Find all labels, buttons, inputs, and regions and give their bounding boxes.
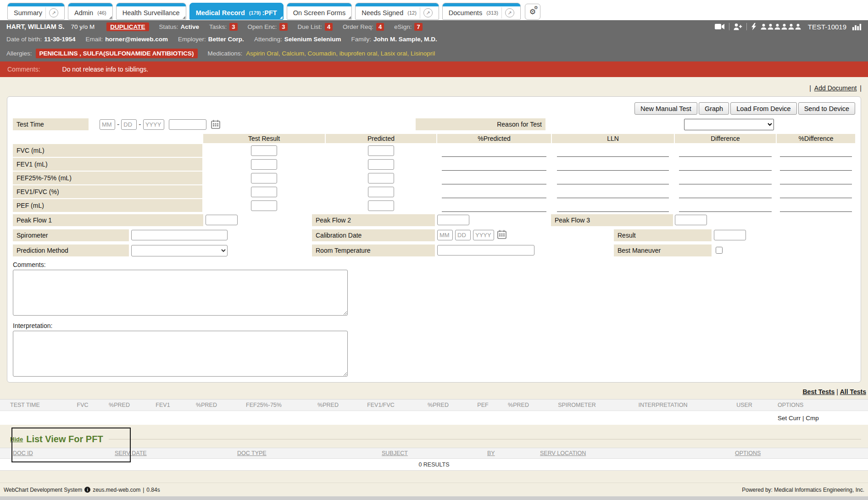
- set-curr-cmp-links[interactable]: Set Curr | Cmp: [778, 415, 819, 422]
- order-req-count-badge[interactable]: 4: [376, 23, 384, 31]
- test-time-year-input[interactable]: [143, 119, 164, 130]
- tab-summary[interactable]: Summary ↗: [7, 3, 65, 20]
- header-fvc: FVC: [64, 402, 101, 408]
- tab-health-surveillance-label: Health Surveillance: [122, 9, 180, 17]
- user-icon: [781, 24, 787, 30]
- tab-documents[interactable]: Documents (313) ↗: [442, 3, 521, 20]
- interpretation-field-label: Interpretation:: [13, 322, 855, 329]
- bar-chart-icon[interactable]: [852, 23, 862, 30]
- all-tests-link[interactable]: All Tests: [840, 388, 866, 395]
- tab-divider: [420, 7, 420, 18]
- tasks-count-badge[interactable]: 3: [229, 23, 237, 31]
- interpretation-textarea[interactable]: [13, 331, 348, 377]
- peak-flow-1-input[interactable]: [206, 215, 238, 225]
- tab-medical-record[interactable]: Medical Record (179) :PFT: [189, 3, 284, 20]
- family-label: Family:: [351, 36, 371, 43]
- tab-medical-record-count: (179): [249, 10, 261, 16]
- fvc-predicted-input[interactable]: [368, 145, 394, 156]
- calibration-month-input[interactable]: [437, 230, 453, 240]
- peak-flow-row: Peak Flow 1 Peak Flow 2 Peak Flow 3: [13, 214, 855, 226]
- due-list-count-badge[interactable]: 4: [325, 23, 333, 31]
- add-user-icon[interactable]: [734, 23, 742, 30]
- header-doc-options[interactable]: OPTIONS: [735, 450, 868, 456]
- best-maneuver-label: Best Maneuver: [614, 244, 712, 256]
- fef25-75-predicted-input[interactable]: [368, 173, 394, 183]
- fev1-predicted-input[interactable]: [368, 159, 394, 170]
- spirometer-label: Spirometer: [13, 229, 129, 241]
- pef-test-result-input[interactable]: [251, 200, 277, 211]
- info-icon[interactable]: i: [84, 487, 90, 493]
- pef-predicted-input[interactable]: [368, 200, 394, 211]
- fvc-test-result-input[interactable]: [251, 145, 277, 156]
- divider: [746, 23, 747, 30]
- calibration-day-input[interactable]: [455, 230, 471, 240]
- video-camera-icon[interactable]: [715, 23, 725, 30]
- prediction-method-select[interactable]: [131, 245, 228, 256]
- medications-list[interactable]: Aspirin Oral, Calcium, Coumadin, ibuprof…: [246, 50, 435, 57]
- email-value[interactable]: horner@mieweb.com: [105, 36, 168, 43]
- test-time-day-input[interactable]: [121, 119, 137, 130]
- reason-for-test-select[interactable]: [684, 119, 774, 130]
- fef25-75-lln-line: [557, 172, 669, 184]
- tab-needs-signed[interactable]: Needs Signed (12) ↗: [355, 3, 439, 20]
- peak-flow-3-input[interactable]: [675, 215, 707, 225]
- attending-value: Selenium Selenium: [284, 36, 341, 43]
- lightning-icon[interactable]: [751, 23, 757, 30]
- footer: WebChart Development System i zeus.med-w…: [0, 483, 868, 496]
- room-temperature-input[interactable]: [437, 245, 534, 256]
- settings-gear-button[interactable]: ⚙ ⚙: [525, 4, 540, 20]
- esign-count-badge[interactable]: 7: [414, 23, 422, 31]
- best-tests-link[interactable]: Best Tests: [802, 388, 835, 395]
- load-from-device-button[interactable]: Load From Device: [730, 102, 796, 115]
- external-link-icon[interactable]: ↗: [423, 8, 433, 17]
- tab-on-screen-forms[interactable]: On Screen Forms: [287, 3, 352, 20]
- fev1-fvc-test-result-input[interactable]: [251, 187, 277, 197]
- row-label-fev1: FEV1 (mL): [13, 158, 202, 171]
- graph-button[interactable]: Graph: [699, 102, 729, 115]
- spirometer-input[interactable]: [131, 230, 228, 240]
- add-document-row: | Add Document |: [0, 77, 868, 92]
- calibration-year-input[interactable]: [473, 230, 494, 240]
- header-serv-location[interactable]: SERV LOCATION: [540, 450, 735, 456]
- duplicate-badge[interactable]: DUPLICATE: [106, 22, 149, 31]
- list-view-section: Hide List View For PFT DOC ID SERV DATE …: [0, 430, 868, 471]
- comments-textarea[interactable]: [13, 270, 348, 316]
- send-to-device-button[interactable]: Send to Device: [798, 102, 855, 115]
- header-fev1-fvc: FEV1/FVC: [353, 402, 408, 408]
- header-doc-type[interactable]: DOC TYPE: [237, 450, 382, 456]
- header-subject[interactable]: SUBJECT: [382, 450, 487, 456]
- tab-health-surveillance[interactable]: Health Surveillance: [116, 3, 186, 20]
- calendar-icon[interactable]: [211, 120, 220, 129]
- best-maneuver-checkbox[interactable]: [716, 247, 723, 254]
- open-enc-count-badge[interactable]: 3: [279, 23, 287, 31]
- header-doc-id[interactable]: DOC ID: [13, 450, 115, 456]
- test-time-time-input[interactable]: [169, 119, 206, 130]
- fef25-75-test-result-input[interactable]: [251, 173, 277, 183]
- calendar-icon[interactable]: [497, 230, 506, 239]
- fev1-fvc-predicted-input[interactable]: [368, 187, 394, 197]
- pef-percent-difference-line: [780, 200, 852, 212]
- pipe: |: [836, 388, 838, 395]
- external-link-icon[interactable]: ↗: [505, 8, 514, 17]
- new-manual-test-button[interactable]: New Manual Test: [634, 102, 697, 115]
- fvc-lln-line: [557, 145, 669, 157]
- header-pef: PEF: [468, 402, 498, 408]
- header-pred-3: %PRED: [303, 402, 353, 408]
- add-document-link[interactable]: Add Document: [814, 84, 857, 92]
- tab-admin[interactable]: Admin (46): [68, 3, 113, 20]
- pft-form-panel: New Manual Test Graph Load From Device S…: [7, 96, 861, 383]
- fev1-test-result-input[interactable]: [251, 159, 277, 170]
- result-input[interactable]: [714, 230, 746, 240]
- header-serv-date[interactable]: SERV DATE: [115, 450, 237, 456]
- header-by[interactable]: BY: [487, 450, 540, 456]
- peak-flow-2-input[interactable]: [437, 215, 469, 225]
- test-time-month-input[interactable]: [100, 119, 115, 130]
- hide-link[interactable]: Hide: [10, 436, 23, 443]
- comments-text: Do not release info to siblings.: [62, 66, 149, 73]
- tab-admin-count: (46): [97, 10, 106, 16]
- external-link-icon[interactable]: ↗: [49, 8, 58, 17]
- allergies-badge[interactable]: PENICILLINS , SULFA(SULFONAMIDE ANTIBIOT…: [36, 49, 198, 58]
- patient-header: HART, WILLIAM S. 70 y/o M DUPLICATE Stat…: [0, 20, 868, 61]
- list-view-legend: Hide List View For PFT: [0, 430, 868, 448]
- comments-field-label: Comments:: [13, 261, 855, 268]
